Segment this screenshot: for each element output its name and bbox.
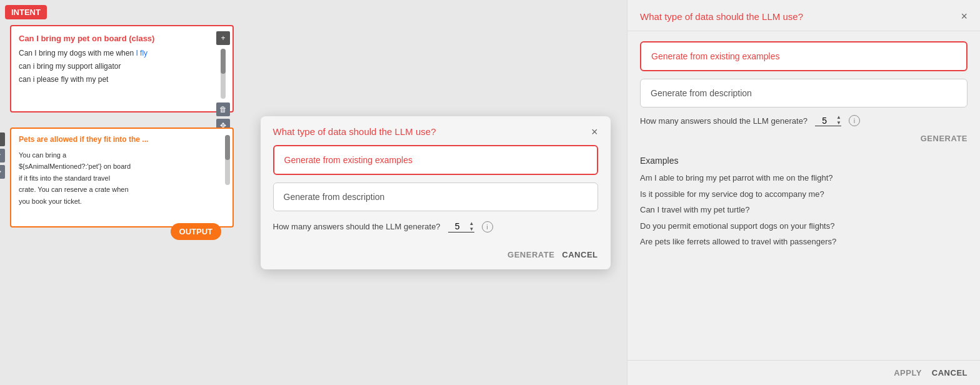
output-box-title: Pets are allowed if they fit into the ..… [19, 135, 210, 145]
right-panel-title: What type of data should the LLM use? [640, 11, 803, 22]
modal-cancel-btn[interactable]: CANCEL [562, 250, 598, 259]
intent-side-controls: + 🗑 ✥ [216, 31, 230, 132]
right-count-up-arrow[interactable]: ▲ [836, 115, 841, 120]
middle-modal-wrapper: What type of data should the LLM use? × … [244, 0, 627, 385]
examples-section: Examples Am I able to bring my pet parro… [640, 156, 968, 252]
right-cancel-btn[interactable]: CANCEL [932, 368, 968, 378]
count-up-arrow[interactable]: ▲ [469, 221, 474, 226]
right-option2-btn[interactable]: Generate from description [640, 79, 968, 108]
intent-box: Can I bring my pet on board (class) Can … [10, 25, 234, 112]
modal-header: What type of data should the LLM use? × [261, 116, 611, 145]
output-scrollbar[interactable] [225, 135, 230, 185]
output-left-controls: + 🗑 ✥ [0, 132, 5, 179]
intent-delete-btn[interactable]: 🗑 [216, 102, 230, 116]
output-badge: OUTPUT [171, 223, 221, 240]
right-count-label: How many answers should the LLM generate… [640, 116, 808, 126]
right-apply-btn[interactable]: APPLY [894, 368, 922, 378]
generate-count-row: How many answers should the LLM generate… [273, 219, 598, 235]
right-option1-btn[interactable]: Generate from existing examples [640, 41, 968, 71]
right-panel: What type of data should the LLM use? × … [627, 0, 980, 385]
output-item-1: You can bring a [19, 150, 210, 161]
output-add-btn[interactable]: + [0, 132, 5, 146]
right-count-input[interactable] [815, 116, 834, 126]
intent-badge: INTENT [5, 5, 47, 19]
middle-modal: What type of data should the LLM use? × … [261, 116, 611, 269]
left-panel: INTENT Can I bring my pet on board (clas… [0, 0, 244, 385]
example-item-2: Is it possible for my service dog to acc… [640, 188, 968, 201]
example-item-1: Am I able to bring my pet parrot with me… [640, 172, 968, 184]
count-label: How many answers should the LLM generate… [273, 222, 441, 231]
intent-item-1: Can I bring my dogs with me when I fly [19, 48, 210, 59]
output-item-2: ${sAnimalMentioned?:'pet'} on board [19, 161, 210, 172]
output-item-4: crate. You can reserve a crate when [19, 184, 210, 195]
output-side-controls [225, 134, 230, 186]
right-generate-btn[interactable]: GENERATE [921, 134, 968, 143]
count-input-wrapper: ▲ ▼ [448, 221, 474, 232]
intent-item-2: can i bring my support alligator [19, 61, 210, 72]
modal-option1-btn[interactable]: Generate from existing examples [273, 145, 598, 175]
output-move-btn[interactable]: ✥ [0, 165, 5, 179]
count-down-arrow[interactable]: ▼ [469, 227, 474, 232]
output-item-5: you book your ticket. [19, 196, 210, 207]
count-arrows: ▲ ▼ [469, 221, 474, 232]
right-panel-footer: APPLY CANCEL [628, 360, 980, 385]
right-panel-close-btn[interactable]: × [961, 10, 968, 23]
right-count-down-arrow[interactable]: ▼ [836, 121, 841, 126]
count-input[interactable] [448, 221, 467, 231]
intent-item-3: can i please fly with my pet [19, 74, 210, 85]
right-count-arrows: ▲ ▼ [836, 115, 841, 126]
right-count-row: How many answers should the LLM generate… [640, 115, 968, 126]
examples-title: Examples [640, 156, 968, 166]
modal-option2-btn[interactable]: Generate from description [273, 182, 598, 211]
intent-add-btn[interactable]: + [216, 31, 230, 45]
example-item-4: Do you permit emotional support dogs on … [640, 220, 968, 232]
modal-close-btn[interactable]: × [591, 126, 598, 138]
output-section: + 🗑 ✥ Pets are allowed if they fit into … [10, 128, 234, 228]
intent-scrollbar[interactable] [221, 49, 226, 99]
right-panel-header: What type of data should the LLM use? × [628, 0, 980, 31]
modal-body: Generate from existing examples Generate… [261, 145, 611, 245]
modal-title: What type of data should the LLM use? [273, 126, 436, 137]
modal-generate-btn[interactable]: GENERATE [508, 250, 554, 259]
example-item-3: Can I travel with my pet turtle? [640, 204, 968, 216]
output-item-3: if it fits into the standard travel [19, 173, 210, 184]
example-item-5: Are pets like ferrets allowed to travel … [640, 236, 968, 248]
info-icon[interactable]: i [482, 221, 493, 232]
intent-box-title: Can I bring my pet on board (class) [19, 34, 210, 43]
right-count-input-wrapper: ▲ ▼ [815, 115, 841, 126]
right-info-icon[interactable]: i [849, 115, 860, 126]
output-delete-btn[interactable]: 🗑 [0, 149, 5, 162]
right-generate-row: GENERATE [640, 134, 968, 143]
output-box: Pets are allowed if they fit into the ..… [10, 128, 234, 228]
modal-footer: GENERATE CANCEL [261, 245, 611, 269]
right-panel-body: Generate from existing examples Generate… [628, 31, 980, 360]
